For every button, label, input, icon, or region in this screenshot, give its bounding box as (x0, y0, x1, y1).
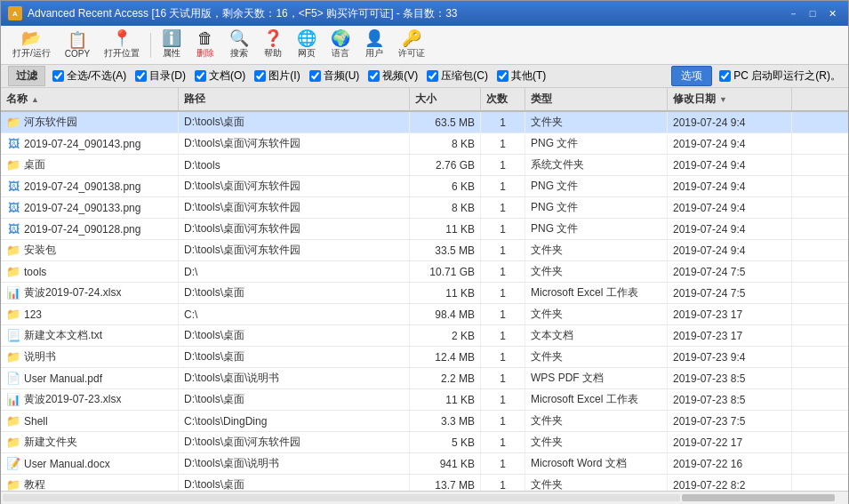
cell-size: 12.4 MB (410, 347, 481, 367)
cell-modified: 2019-07-24 9:4 (668, 155, 792, 175)
cell-count: 1 (481, 475, 525, 491)
cell-name: 📁 123 (1, 304, 179, 324)
table-row[interactable]: 🖼 2019-07-24_090143.png D:\tools\桌面\河东软件… (1, 133, 848, 155)
license-button[interactable]: 🔑 许可证 (392, 29, 431, 61)
table-row[interactable]: 📄 User Manual.pdf D:\tools\桌面\说明书 2.2 MB… (1, 368, 848, 389)
window-title: Advanced Recent Access [16 天试用版，剩余天数：16，… (28, 6, 457, 21)
cell-modified: 2019-07-24 9:4 (668, 197, 792, 218)
language-button[interactable]: 🌍 语言 (324, 29, 356, 61)
cell-size: 11 KB (410, 283, 481, 303)
th-type[interactable]: 类型 (525, 88, 668, 110)
cell-count: 1 (481, 155, 525, 175)
cell-path: D:\tools\桌面\河东软件园 (179, 176, 410, 196)
user-button[interactable]: 👤 用户 (358, 29, 390, 61)
folder-icon: 📁 (6, 116, 20, 130)
cell-name: 📁 河东软件园 (1, 112, 179, 132)
cell-count: 1 (481, 283, 525, 303)
cell-type: PNG 文件 (525, 197, 668, 218)
table-header: 名称 ▲ 路径 大小 次数 类型 修改日期 ▼ (1, 88, 848, 112)
cell-count: 1 (481, 432, 525, 452)
web-button[interactable]: 🌐 网页 (291, 29, 323, 61)
open-location-icon: 📍 (112, 30, 132, 46)
cell-type: 文件夹 (525, 432, 668, 452)
cell-type: PNG 文件 (525, 219, 668, 239)
table-row[interactable]: 📁 安装包 D:\tools\桌面\河东软件园 33.5 MB 1 文件夹 20… (1, 240, 848, 261)
cell-modified: 2019-07-23 7:5 (668, 411, 792, 431)
filter-zip[interactable]: 压缩包(C) (427, 68, 488, 84)
table-row[interactable]: 📁 桌面 D:\tools 2.76 GB 1 系统文件夹 2019-07-24… (1, 155, 848, 176)
delete-button[interactable]: 🗑 删除 (189, 29, 221, 61)
help-button[interactable]: ❓ 帮助 (257, 29, 289, 61)
filter-video[interactable]: 视频(V) (368, 68, 418, 84)
cell-count: 1 (481, 112, 525, 132)
filter-other[interactable]: 其他(T) (497, 68, 546, 84)
cell-name: 📁 说明书 (1, 347, 179, 367)
filter-img[interactable]: 图片(I) (254, 68, 300, 84)
cell-name: 🖼 2019-07-24_090143.png (1, 133, 179, 154)
properties-button[interactable]: ℹ️ 属性 (156, 29, 188, 61)
cell-name: 📁 教程 (1, 475, 179, 491)
table-row[interactable]: 📁 河东软件园 D:\tools\桌面 63.5 MB 1 文件夹 2019-0… (1, 112, 848, 133)
th-path[interactable]: 路径 (179, 88, 410, 110)
copy-button[interactable]: 📋 COPY (59, 29, 96, 61)
hscroll-bar[interactable] (1, 491, 848, 503)
cell-type: Microsoft Excel 工作表 (525, 389, 668, 410)
table-row[interactable]: 🖼 2019-07-24_090128.png D:\tools\桌面\河东软件… (1, 219, 848, 240)
table-row[interactable]: 📁 新建文件夹 D:\tools\桌面\河东软件园 5 KB 1 文件夹 201… (1, 432, 848, 453)
table-row[interactable]: 🖼 2019-07-24_090138.png D:\tools\桌面\河东软件… (1, 176, 848, 197)
table-row[interactable]: 📃 新建文本文档.txt D:\tools\桌面 2 KB 1 文本文档 201… (1, 325, 848, 347)
table-row[interactable]: 📁 说明书 D:\tools\桌面 12.4 MB 1 文件夹 2019-07-… (1, 347, 848, 368)
cell-path: C:\tools\DingDing (179, 411, 410, 431)
th-modified[interactable]: 修改日期 ▼ (668, 88, 792, 110)
minimize-button[interactable]: － (784, 5, 802, 21)
png-icon: 🖼 (6, 222, 20, 236)
filter-doc[interactable]: 文档(O) (195, 68, 245, 84)
table-row[interactable]: 📁 Shell C:\tools\DingDing 3.3 MB 1 文件夹 2… (1, 411, 848, 432)
table-row[interactable]: 📁 教程 D:\tools\桌面 13.7 MB 1 文件夹 2019-07-2… (1, 475, 848, 491)
title-bar: A Advanced Recent Access [16 天试用版，剩余天数：1… (1, 1, 848, 26)
close-button[interactable]: ✕ (823, 5, 841, 21)
filter-dir[interactable]: 目录(D) (135, 68, 186, 84)
th-name[interactable]: 名称 ▲ (1, 88, 179, 110)
open-run-icon: 📂 (21, 30, 41, 46)
open-run-button[interactable]: 📂 打开/运行 (6, 29, 57, 61)
table-row[interactable]: 📊 黄波2019-07-24.xlsx D:\tools\桌面 11 KB 1 … (1, 283, 848, 304)
cell-modified: 2019-07-24 7:5 (668, 283, 792, 303)
cell-type: 文件夹 (525, 304, 668, 324)
filter-audio[interactable]: 音频(U) (309, 68, 360, 84)
cell-name: 🖼 2019-07-24_090133.png (1, 197, 179, 218)
window-controls: － □ ✕ (784, 5, 841, 21)
pdf-icon: 📄 (6, 372, 20, 386)
table-row[interactable]: 🖼 2019-07-24_090133.png D:\tools\桌面\河东软件… (1, 197, 848, 219)
options-button[interactable]: 选项 (671, 66, 712, 86)
table-row[interactable]: 📁 tools D:\ 10.71 GB 1 文件夹 2019-07-24 7:… (1, 261, 848, 283)
copy-icon: 📋 (68, 32, 87, 48)
cell-modified: 2019-07-23 17 (668, 325, 792, 346)
table-row[interactable]: 📝 User Manual.docx D:\tools\桌面\说明书 941 K… (1, 453, 848, 475)
toolbar: 📂 打开/运行 📋 COPY 📍 打开位置 ℹ️ 属性 🗑 删除 🔍 搜索 ❓ … (1, 26, 848, 65)
folder-icon: 📁 (6, 414, 20, 428)
cell-name: 📁 桌面 (1, 155, 179, 175)
filter-pc-check[interactable]: PC 启动即运行之(R)。 (719, 68, 841, 84)
th-size[interactable]: 大小 (410, 88, 481, 110)
cell-count: 1 (481, 197, 525, 218)
cell-type: 文件夹 (525, 411, 668, 431)
cell-name: 📁 Shell (1, 411, 179, 431)
cell-modified: 2019-07-22 16 (668, 453, 792, 474)
cell-count: 1 (481, 176, 525, 196)
filter-all[interactable]: 全选/不选(A) (52, 68, 126, 84)
maximize-button[interactable]: □ (804, 5, 821, 21)
open-location-button[interactable]: 📍 打开位置 (98, 29, 146, 61)
table-row[interactable]: 📁 123 C:\ 98.4 MB 1 文件夹 2019-07-23 17 (1, 304, 848, 325)
search-button[interactable]: 🔍 搜索 (223, 29, 255, 61)
sort-arrow-modified: ▼ (719, 95, 727, 104)
cell-name: 📁 新建文件夹 (1, 432, 179, 452)
cell-name: 📃 新建文本文档.txt (1, 325, 179, 346)
th-count[interactable]: 次数 (481, 88, 525, 110)
cell-name: 🖼 2019-07-24_090138.png (1, 176, 179, 196)
table-row[interactable]: 📊 黄波2019-07-23.xlsx D:\tools\桌面 11 KB 1 … (1, 389, 848, 411)
user-icon: 👤 (364, 30, 384, 46)
svg-text:A: A (12, 10, 18, 18)
cell-size: 2.2 MB (410, 368, 481, 388)
cell-count: 1 (481, 240, 525, 260)
